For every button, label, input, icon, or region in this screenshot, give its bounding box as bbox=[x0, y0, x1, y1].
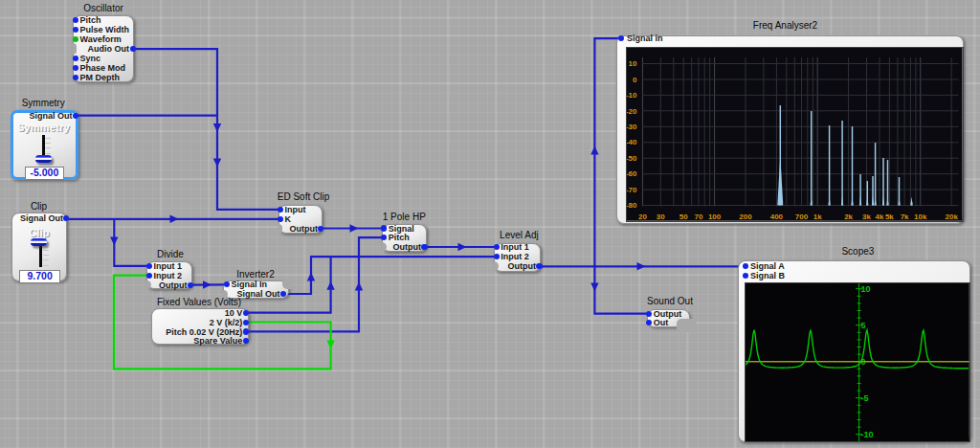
svg-text:-40: -40 bbox=[626, 138, 637, 146]
svg-text:700: 700 bbox=[795, 213, 809, 221]
svg-text:10k: 10k bbox=[914, 213, 927, 221]
svg-text:30: 30 bbox=[657, 213, 665, 221]
svg-text:100: 100 bbox=[708, 213, 722, 221]
svg-text:20k: 20k bbox=[946, 213, 959, 221]
svg-text:10: 10 bbox=[860, 284, 870, 294]
svg-text:50: 50 bbox=[679, 213, 688, 221]
svg-text:0: 0 bbox=[633, 76, 637, 84]
svg-text:-60: -60 bbox=[626, 169, 637, 178]
svg-text:400: 400 bbox=[770, 213, 784, 221]
svg-text:7k: 7k bbox=[901, 213, 909, 221]
svg-text:-5: -5 bbox=[860, 393, 868, 403]
svg-text:20: 20 bbox=[638, 213, 647, 221]
svg-text:-10: -10 bbox=[860, 430, 873, 439]
svg-text:-10: -10 bbox=[626, 91, 637, 100]
svg-text:2k: 2k bbox=[844, 213, 853, 221]
svg-text:-20: -20 bbox=[626, 106, 637, 115]
svg-text:3k: 3k bbox=[862, 213, 871, 221]
svg-text:-30: -30 bbox=[626, 123, 637, 131]
svg-text:1k: 1k bbox=[813, 213, 822, 221]
svg-text:10: 10 bbox=[629, 59, 637, 68]
svg-text:5: 5 bbox=[860, 321, 865, 330]
svg-text:70: 70 bbox=[694, 213, 702, 221]
svg-text:-50: -50 bbox=[626, 154, 637, 163]
svg-text:-80: -80 bbox=[626, 201, 637, 210]
svg-text:200: 200 bbox=[739, 213, 752, 221]
svg-text:4k: 4k bbox=[876, 213, 884, 221]
svg-text:-70: -70 bbox=[626, 186, 637, 194]
svg-text:5k: 5k bbox=[885, 213, 894, 221]
